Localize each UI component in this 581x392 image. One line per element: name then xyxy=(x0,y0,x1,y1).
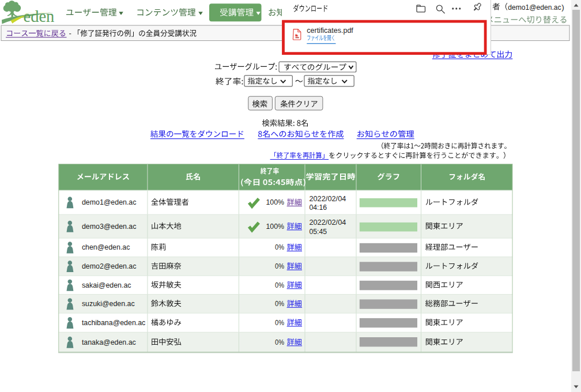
svg-text:04:16: 04:16 xyxy=(309,203,327,212)
svg-text:0%: 0% xyxy=(275,262,284,270)
svg-text:demo3@eden.ac: demo3@eden.ac xyxy=(82,223,137,231)
svg-text:0%: 0% xyxy=(275,318,284,327)
svg-text:demo1@eden.ac: demo1@eden.ac xyxy=(82,198,137,206)
svg-text:chen@eden.ac: chen@eden.ac xyxy=(82,243,130,251)
svg-text:sakai@eden.ac: sakai@eden.ac xyxy=(82,281,131,289)
svg-text:eden: eden xyxy=(24,7,55,25)
svg-text:05:45: 05:45 xyxy=(309,227,327,236)
svg-text:2022/02/04: 2022/02/04 xyxy=(309,218,346,227)
svg-text:0%: 0% xyxy=(275,281,284,289)
svg-text:): ) xyxy=(561,3,564,12)
svg-text:tanaka@eden.ac: tanaka@eden.ac xyxy=(82,338,136,346)
svg-text:demo1@eden.ac: demo1@eden.ac xyxy=(508,3,561,12)
svg-text:demo2@eden.ac: demo2@eden.ac xyxy=(82,262,137,270)
svg-text:certificates.pdf: certificates.pdf xyxy=(307,27,353,35)
svg-text:0%: 0% xyxy=(275,243,284,251)
svg-text:0%: 0% xyxy=(275,338,284,346)
svg-text:2022/02/04: 2022/02/04 xyxy=(309,194,346,203)
svg-text:100%: 100% xyxy=(266,198,285,206)
svg-text:tachibana@eden.ac: tachibana@eden.ac xyxy=(82,319,145,327)
svg-text:100%: 100% xyxy=(266,222,285,231)
svg-text:0%: 0% xyxy=(275,299,284,308)
svg-text:suzuki@eden.ac: suzuki@eden.ac xyxy=(82,300,135,308)
